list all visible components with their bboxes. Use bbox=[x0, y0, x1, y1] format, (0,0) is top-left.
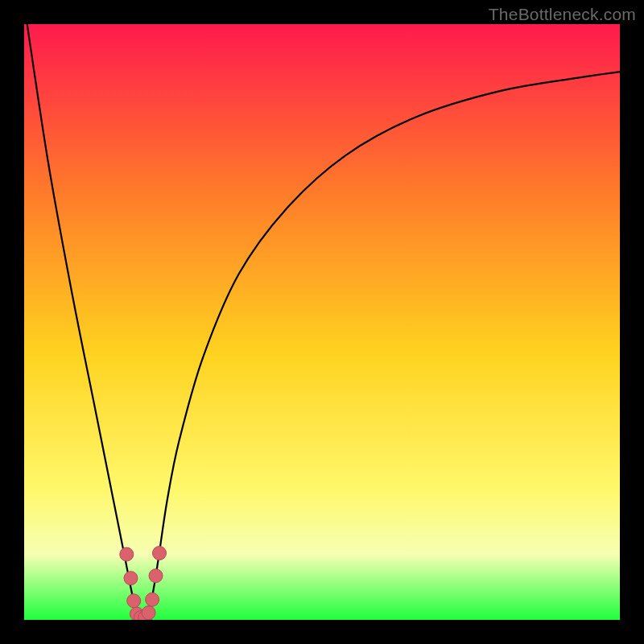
curve-marker bbox=[146, 592, 159, 606]
plot-area bbox=[24, 24, 620, 620]
gradient-background bbox=[24, 24, 620, 620]
curve-marker bbox=[127, 594, 141, 608]
chart-svg bbox=[24, 24, 620, 620]
curve-marker bbox=[152, 547, 166, 560]
watermark-text: TheBottleneck.com bbox=[489, 5, 636, 24]
curve-marker bbox=[149, 569, 163, 583]
curve-marker bbox=[120, 547, 134, 561]
chart-frame: TheBottleneck.com bbox=[0, 0, 644, 644]
curve-marker bbox=[142, 606, 155, 620]
curve-marker bbox=[124, 572, 138, 585]
